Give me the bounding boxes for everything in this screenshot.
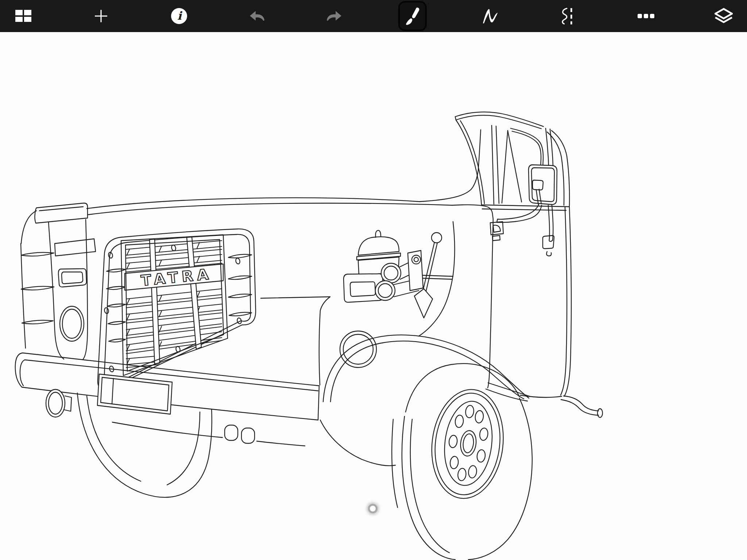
info-button[interactable]: i bbox=[165, 0, 194, 32]
gallery-button[interactable] bbox=[9, 0, 38, 32]
stroke-style-button[interactable] bbox=[476, 0, 505, 32]
undo-button[interactable] bbox=[242, 0, 271, 32]
new-sketch-button[interactable] bbox=[86, 0, 116, 32]
hood-lines bbox=[21, 130, 493, 385]
front-fender-and-wheel bbox=[323, 335, 532, 560]
undo-arrow-icon bbox=[248, 8, 266, 24]
toolbar: i bbox=[0, 0, 747, 32]
stroke-wave-icon bbox=[481, 7, 499, 25]
truck-line-drawing: TATRA bbox=[0, 32, 747, 560]
selected-tool-frame bbox=[398, 1, 427, 31]
layers-button[interactable] bbox=[709, 0, 738, 32]
redo-button[interactable] bbox=[320, 0, 349, 32]
layers-icon bbox=[715, 8, 733, 24]
more-button[interactable] bbox=[631, 0, 661, 32]
grille-louvers bbox=[126, 241, 222, 368]
wheel-hub bbox=[426, 385, 509, 502]
brush-tool-button[interactable] bbox=[398, 0, 427, 32]
info-icon: i bbox=[171, 8, 187, 24]
paintbrush-icon bbox=[405, 7, 420, 25]
ellipsis-icon bbox=[637, 8, 655, 24]
drawing-canvas[interactable]: TATRA bbox=[0, 32, 747, 560]
grille-panel: TATRA bbox=[21, 229, 256, 389]
air-horn-assembly bbox=[344, 230, 453, 318]
symmetry-button[interactable] bbox=[553, 0, 582, 32]
front-bumper bbox=[15, 353, 395, 466]
brush-cursor bbox=[368, 504, 378, 513]
plus-icon bbox=[93, 8, 109, 24]
left-lamp-cluster bbox=[49, 219, 96, 359]
mirror-assembly bbox=[497, 165, 557, 241]
license-plate bbox=[97, 374, 172, 414]
symmetry-curve-icon bbox=[560, 7, 576, 25]
grid-icon bbox=[15, 8, 32, 24]
cab-lines bbox=[455, 112, 603, 417]
redo-arrow-icon bbox=[326, 8, 343, 24]
